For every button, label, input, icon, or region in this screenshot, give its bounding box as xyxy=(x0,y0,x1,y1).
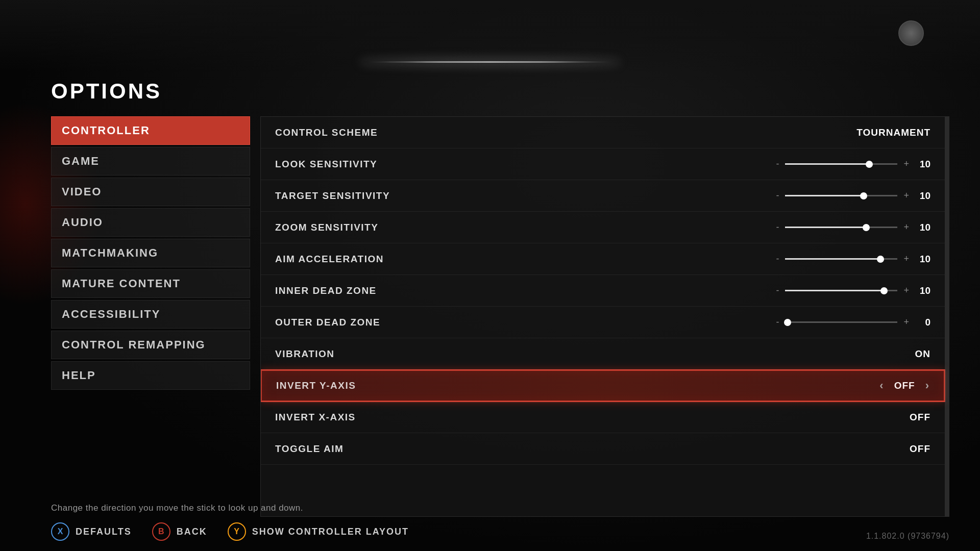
page-title: OPTIONS xyxy=(51,79,949,104)
slider-plus-look-sensitivity: + xyxy=(903,159,909,169)
setting-row-inner-dead-zone: INNER DEAD ZONE - + 10 xyxy=(261,275,945,307)
slider-minus-outer-dead-zone: - xyxy=(776,317,779,328)
arrow-right-invert-y-axis[interactable]: › xyxy=(925,379,929,392)
sidebar-item-accessibility[interactable]: ACCESSIBILITY xyxy=(51,300,250,329)
slider-plus-zoom-sensitivity: + xyxy=(903,222,909,233)
slider-value-look-sensitivity: 10 xyxy=(915,159,930,170)
setting-name-control-scheme: CONTROL SCHEME xyxy=(275,127,856,138)
version-text: 1.1.802.0 (9736794) xyxy=(866,532,949,541)
sidebar-item-matchmaking[interactable]: MATCHMAKING xyxy=(51,239,250,267)
button-defaults[interactable]: XDEFAULTS xyxy=(51,522,132,541)
slider-thumb-target-sensitivity xyxy=(860,192,867,199)
help-text: Change the direction you move the stick … xyxy=(51,503,949,513)
setting-name-look-sensitivity: LOOK SENSITIVITY xyxy=(275,159,603,170)
slider-track-outer-dead-zone[interactable] xyxy=(785,321,897,323)
button-circle-back: B xyxy=(152,522,170,541)
setting-row-look-sensitivity: LOOK SENSITIVITY - + 10 xyxy=(261,148,945,180)
setting-row-vibration: VIBRATIONON xyxy=(261,338,945,370)
slider-plus-inner-dead-zone: + xyxy=(903,285,909,296)
sidebar-item-control-remapping[interactable]: CONTROL REMAPPING xyxy=(51,331,250,359)
button-circle-defaults: X xyxy=(51,522,69,541)
sidebar-item-audio[interactable]: AUDIO xyxy=(51,208,250,237)
slider-aim-acceleration[interactable]: - + 10 xyxy=(603,254,930,265)
setting-name-invert-x-axis: INVERT X-AXIS xyxy=(275,412,890,423)
slider-fill-inner-dead-zone xyxy=(785,290,884,291)
slider-thumb-zoom-sensitivity xyxy=(863,224,870,231)
slider-minus-target-sensitivity: - xyxy=(776,190,779,201)
player-icon xyxy=(898,20,924,46)
slider-look-sensitivity[interactable]: - + 10 xyxy=(603,159,930,170)
slider-thumb-inner-dead-zone xyxy=(880,287,888,294)
setting-row-invert-y-axis[interactable]: INVERT Y-AXIS‹OFF› xyxy=(261,370,945,402)
slider-track-target-sensitivity[interactable] xyxy=(785,195,897,196)
slider-thumb-aim-acceleration xyxy=(877,256,884,263)
setting-row-outer-dead-zone: OUTER DEAD ZONE - + 0 xyxy=(261,307,945,338)
setting-name-target-sensitivity: TARGET SENSITIVITY xyxy=(275,190,603,202)
options-layout: CONTROLLERGAMEVIDEOAUDIOMATCHMAKINGMATUR… xyxy=(51,116,949,517)
slider-fill-zoom-sensitivity xyxy=(785,227,866,228)
slider-fill-look-sensitivity xyxy=(785,163,869,165)
button-label-defaults: DEFAULTS xyxy=(76,527,132,537)
bottom-bar: Change the direction you move the stick … xyxy=(51,503,949,541)
sidebar-item-video[interactable]: VIDEO xyxy=(51,178,250,206)
slider-plus-aim-acceleration: + xyxy=(903,254,909,264)
setting-row-aim-acceleration: AIM ACCELERATION - + 10 xyxy=(261,243,945,275)
settings-list: CONTROL SCHEMETOURNAMENTLOOK SENSITIVITY… xyxy=(260,116,949,517)
slider-fill-aim-acceleration xyxy=(785,258,880,260)
sidebar-item-mature-content[interactable]: MATURE CONTENT xyxy=(51,269,250,298)
slider-value-zoom-sensitivity: 10 xyxy=(915,222,930,233)
sidebar-item-controller[interactable]: CONTROLLER xyxy=(51,116,250,145)
slider-track-inner-dead-zone[interactable] xyxy=(785,290,897,291)
slider-value-inner-dead-zone: 10 xyxy=(915,285,930,296)
setting-name-aim-acceleration: AIM ACCELERATION xyxy=(275,254,603,265)
setting-selector-invert-y-axis[interactable]: ‹OFF› xyxy=(879,379,929,392)
slider-value-target-sensitivity: 10 xyxy=(915,190,930,202)
slider-track-aim-acceleration[interactable] xyxy=(785,258,897,260)
setting-name-invert-y-axis: INVERT Y-AXIS xyxy=(276,380,879,391)
slider-outer-dead-zone[interactable]: - + 0 xyxy=(603,317,930,328)
setting-row-target-sensitivity: TARGET SENSITIVITY - + 10 xyxy=(261,180,945,212)
setting-name-toggle-aim: TOGGLE AIM xyxy=(275,443,890,455)
sidebar: CONTROLLERGAMEVIDEOAUDIOMATCHMAKINGMATUR… xyxy=(51,116,250,517)
setting-value-invert-y-axis: OFF xyxy=(894,380,915,391)
setting-value-control-scheme: TOURNAMENT xyxy=(856,127,930,138)
top-bar xyxy=(0,0,980,71)
slider-target-sensitivity[interactable]: - + 10 xyxy=(603,190,930,202)
slider-thumb-look-sensitivity xyxy=(866,161,873,168)
setting-name-zoom-sensitivity: ZOOM SENSITIVITY xyxy=(275,222,603,233)
arrow-left-invert-y-axis[interactable]: ‹ xyxy=(879,379,884,392)
setting-row-toggle-aim: TOGGLE AIMOFF xyxy=(261,433,945,465)
main-content: OPTIONS CONTROLLERGAMEVIDEOAUDIOMATCHMAK… xyxy=(51,79,949,520)
top-right-ui xyxy=(898,20,939,46)
slider-value-outer-dead-zone: 0 xyxy=(915,317,930,328)
setting-name-vibration: VIBRATION xyxy=(275,348,890,360)
sidebar-item-game[interactable]: GAME xyxy=(51,147,250,176)
slider-zoom-sensitivity[interactable]: - + 10 xyxy=(603,222,930,233)
setting-row-zoom-sensitivity: ZOOM SENSITIVITY - + 10 xyxy=(261,212,945,243)
button-show-controller-layout[interactable]: YSHOW CONTROLLER LAYOUT xyxy=(228,522,409,541)
slider-minus-zoom-sensitivity: - xyxy=(776,222,779,233)
sidebar-item-help[interactable]: HELP xyxy=(51,361,250,390)
slider-minus-inner-dead-zone: - xyxy=(776,285,779,296)
slider-plus-target-sensitivity: + xyxy=(903,190,909,201)
setting-value-vibration: ON xyxy=(890,348,930,360)
button-circle-show-controller-layout: Y xyxy=(228,522,246,541)
setting-value-invert-x-axis: OFF xyxy=(890,412,930,423)
slider-track-look-sensitivity[interactable] xyxy=(785,163,897,165)
button-label-show-controller-layout: SHOW CONTROLLER LAYOUT xyxy=(252,527,409,537)
slider-minus-look-sensitivity: - xyxy=(776,159,779,169)
slider-value-aim-acceleration: 10 xyxy=(915,254,930,265)
button-back[interactable]: BBACK xyxy=(152,522,207,541)
slider-thumb-outer-dead-zone xyxy=(784,319,791,326)
setting-row-invert-x-axis: INVERT X-AXISOFF xyxy=(261,402,945,433)
slider-track-zoom-sensitivity[interactable] xyxy=(785,227,897,228)
slider-fill-target-sensitivity xyxy=(785,195,864,196)
setting-name-outer-dead-zone: OUTER DEAD ZONE xyxy=(275,317,603,328)
slider-plus-outer-dead-zone: + xyxy=(903,317,909,328)
setting-value-toggle-aim: OFF xyxy=(890,443,930,455)
slider-minus-aim-acceleration: - xyxy=(776,254,779,264)
button-label-back: BACK xyxy=(177,527,207,537)
slider-inner-dead-zone[interactable]: - + 10 xyxy=(603,285,930,296)
setting-name-inner-dead-zone: INNER DEAD ZONE xyxy=(275,285,603,296)
top-streak-decoration xyxy=(362,61,618,63)
